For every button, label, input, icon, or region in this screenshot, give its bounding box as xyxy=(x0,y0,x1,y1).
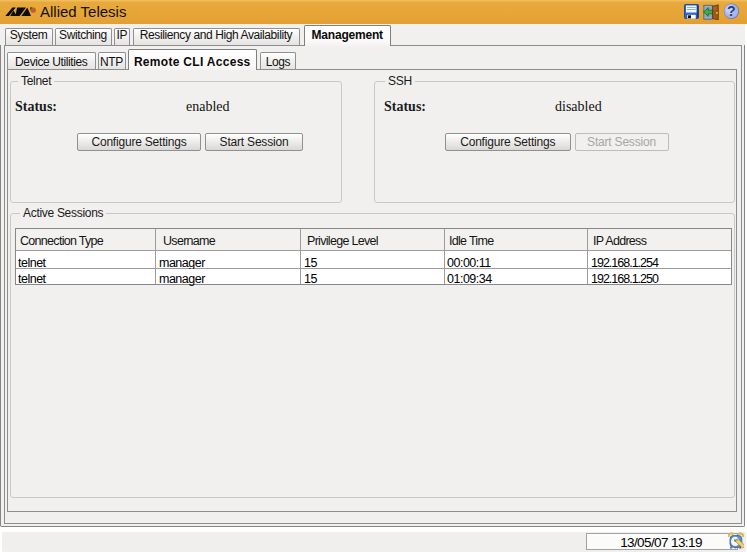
svg-text:?: ? xyxy=(727,3,736,19)
